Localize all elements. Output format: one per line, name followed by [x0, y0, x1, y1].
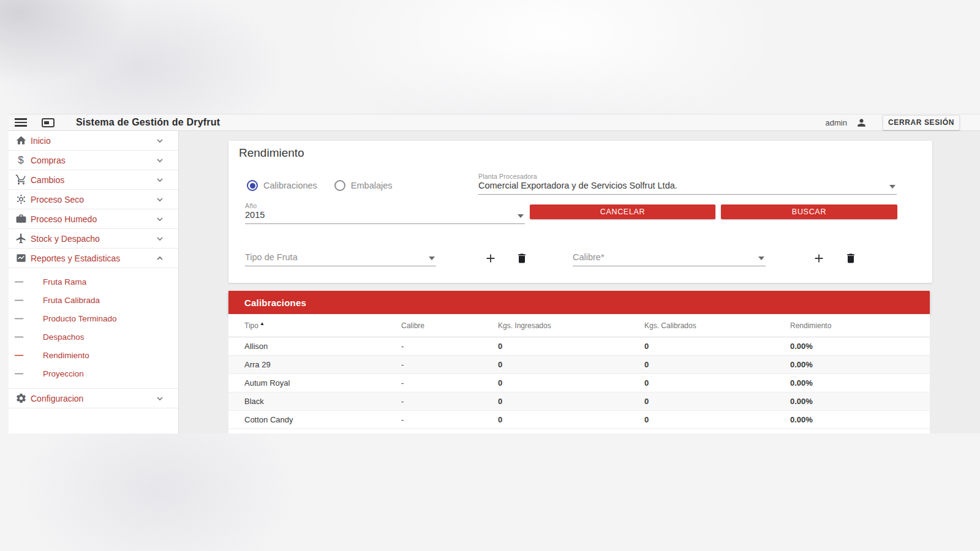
dash-icon: — — [13, 295, 24, 305]
table-header-row: Tipo▲ Calibre Kgs. Ingresados Kgs. Calib… — [228, 314, 930, 337]
dropdown-caret-icon — [758, 257, 764, 260]
table-title: Calibraciones — [244, 298, 306, 308]
header-right-group: admin CERRAR SESIÓN — [826, 115, 980, 130]
column-header-calibre[interactable]: Calibre — [401, 321, 498, 330]
chevron-down-icon — [155, 234, 165, 244]
plane-icon — [15, 233, 27, 245]
logout-button[interactable]: CERRAR SESIÓN — [883, 115, 960, 130]
search-button[interactable]: BUSCAR — [721, 204, 897, 219]
column-header-rendimiento[interactable]: Rendimiento — [790, 321, 930, 330]
chart-icon — [15, 252, 27, 264]
submenu-item-producto-terminado[interactable]: — Producto Terminado — [9, 309, 178, 328]
submenu-item-fruta-calibrada[interactable]: — Fruta Calibrada — [9, 291, 178, 309]
chevron-down-icon — [155, 175, 165, 185]
sidebar: Inicio $ Compras Cambios Proceso Seco Pr… — [9, 131, 179, 433]
table-body: Allison - 0 0 0.00% Arra 29 - 0 0 0.00% … — [228, 337, 930, 429]
dash-icon: — — [13, 313, 24, 323]
add-fruta-button[interactable] — [483, 250, 499, 266]
dash-icon: — — [13, 369, 24, 378]
home-icon — [15, 135, 27, 147]
tipo-de-fruta-select[interactable]: Tipo de Fruta — [245, 252, 436, 266]
table-row: Arra 29 - 0 0 0.00% — [228, 356, 930, 374]
sidebar-item-compras[interactable]: $ Compras — [9, 151, 178, 170]
sidebar-item-cambios[interactable]: Cambios — [9, 170, 178, 190]
app-window: Sistema de Gestión de Dryfrut admin CERR… — [9, 114, 980, 433]
delete-fruta-button[interactable] — [514, 250, 530, 266]
dash-icon: — — [13, 332, 24, 342]
sidebar-item-stock-despacho[interactable]: Stock y Despacho — [9, 229, 178, 249]
submenu-item-proyeccion[interactable]: — Proyeccion — [9, 364, 178, 383]
table-row: Allison - 0 0 0.00% — [228, 337, 930, 356]
submenu-item-despachos[interactable]: — Despachos — [9, 328, 178, 346]
hamburger-menu-icon[interactable] — [15, 118, 27, 127]
gear-outline-icon — [15, 193, 27, 206]
person-icon — [856, 117, 867, 129]
money-icon: $ — [15, 154, 27, 167]
top-header: Sistema de Gestión de Dryfrut admin CERR… — [9, 114, 980, 131]
chevron-up-icon — [155, 253, 165, 263]
table-title-band: Calibraciones — [228, 291, 930, 314]
cancel-button[interactable]: CANCELAR — [530, 204, 715, 219]
column-header-kgs-calibrados[interactable]: Kgs. Calibrados — [644, 321, 790, 330]
calibre-select[interactable]: Calibre* — [573, 252, 766, 266]
sidebar-item-configuracion[interactable]: Configuracion — [9, 389, 178, 408]
column-header-tipo[interactable]: Tipo▲ — [244, 321, 401, 330]
column-header-kgs-ingresados[interactable]: Kgs. Ingresados — [498, 321, 644, 330]
filters-card: Rendimiento Calibraciones Embalajes Plan… — [228, 141, 932, 283]
table-row: Cotton Candy - 0 0 0.00% — [228, 411, 930, 429]
add-calibre-button[interactable] — [811, 250, 827, 266]
chevron-down-icon — [155, 156, 165, 165]
radio-unselected-icon[interactable] — [334, 180, 345, 191]
radio-selected-icon[interactable] — [247, 180, 258, 191]
submenu-item-fruta-rama[interactable]: — Fruta Rama — [9, 272, 178, 291]
chevron-down-icon — [155, 214, 165, 224]
sidebar-item-proceso-humedo[interactable]: Proceso Humedo — [9, 209, 178, 229]
sidebar-item-proceso-seco[interactable]: Proceso Seco — [9, 190, 178, 209]
briefcase-icon — [15, 213, 27, 225]
calibraciones-table: Tipo▲ Calibre Kgs. Ingresados Kgs. Calib… — [228, 314, 930, 433]
anio-select[interactable]: Año 2015 — [245, 202, 525, 224]
app-title: Sistema de Gestión de Dryfrut — [76, 117, 220, 128]
dropdown-caret-icon — [429, 257, 435, 260]
report-type-radio-group: Calibraciones Embalajes — [247, 180, 393, 191]
delete-calibre-button[interactable] — [843, 250, 859, 266]
dropdown-caret-icon — [518, 214, 524, 218]
sort-asc-icon: ▲ — [260, 321, 265, 326]
gear-icon — [15, 392, 27, 405]
table-row: Black - 0 0 0.00% — [228, 392, 930, 411]
username-label: admin — [826, 118, 847, 127]
sidebar-item-inicio[interactable]: Inicio — [9, 131, 178, 151]
radio-calibraciones[interactable]: Calibraciones — [247, 180, 317, 191]
radio-embalajes[interactable]: Embalajes — [334, 180, 393, 191]
dropdown-caret-icon — [889, 185, 895, 189]
cart-icon — [15, 174, 27, 186]
dash-icon: — — [13, 350, 24, 360]
page-title: Rendimiento — [239, 146, 304, 160]
submenu-item-rendimiento-active[interactable]: — Rendimiento — [9, 346, 178, 364]
table-row: Autum Royal - 0 0 0.00% — [228, 374, 930, 392]
chevron-down-icon — [155, 195, 165, 204]
reportes-submenu: — Fruta Rama — Fruta Calibrada — Product… — [9, 268, 178, 389]
app-window-icon — [42, 118, 55, 127]
sidebar-item-reportes[interactable]: Reportes y Estadisticas — [9, 249, 178, 268]
chevron-down-icon — [155, 136, 165, 146]
planta-procesadora-select[interactable]: Planta Procesadora Comercial Exportadora… — [478, 173, 897, 195]
main-content: Rendimiento Calibraciones Embalajes Plan… — [179, 131, 980, 433]
chevron-down-icon — [155, 394, 165, 403]
dash-icon: — — [13, 277, 24, 287]
